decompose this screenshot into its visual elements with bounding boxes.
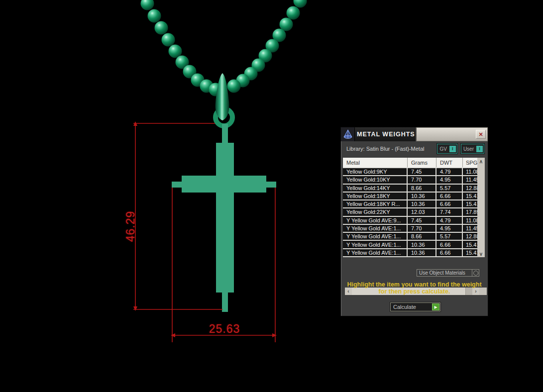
- scroll-down-icon[interactable]: ∨: [477, 250, 485, 257]
- calculate-button[interactable]: Calculate ▶: [390, 302, 440, 311]
- cross-pendant: [172, 124, 276, 312]
- cell-metal: Yellow Gold:18KY: [343, 193, 408, 199]
- titlebar-light-section: ✕: [416, 127, 488, 141]
- table-row[interactable]: Y Yellow Gold AVE:1... 7.70 4.95 11.45: [343, 225, 477, 233]
- cell-spg: 11.08: [463, 217, 477, 224]
- cell-grams: 12.03: [408, 208, 436, 215]
- app-logo-icon: [341, 127, 355, 141]
- cell-dwt: 6.66: [436, 241, 463, 248]
- cell-spg: 11.45: [463, 225, 477, 232]
- cell-dwt: 5.57: [436, 185, 463, 192]
- cell-dwt: 7.74: [436, 208, 463, 215]
- close-icon: ✕: [478, 131, 483, 138]
- width-dimension-label: 25.63: [209, 322, 240, 336]
- cell-metal: Yellow Gold:9KY: [343, 168, 408, 175]
- cell-metal: Yellow Gold:18KY R...: [343, 200, 408, 207]
- user-toggle-indicator-icon: I: [476, 146, 483, 152]
- table-row[interactable]: Yellow Gold:18KY R... 10.36 6.66 15.41: [343, 200, 477, 208]
- cell-grams: 7.70: [408, 225, 436, 232]
- cell-dwt: 4.79: [436, 217, 463, 224]
- metal-weights-dialog: METAL WEIGHTS ✕ Library: Satin Blur - (F…: [340, 127, 488, 316]
- cell-grams: 10.36: [408, 200, 436, 207]
- table-row[interactable]: Yellow Gold:9KY 7.45 4.79 11.08: [343, 168, 477, 176]
- cell-spg: 15.41: [463, 193, 477, 199]
- column-header-grams[interactable]: Grams: [408, 158, 436, 167]
- cell-metal: Yellow Gold:22KY: [343, 208, 408, 215]
- cell-spg: 15.41: [463, 249, 477, 256]
- table-row[interactable]: Yellow Gold:14KY 8.66 5.57 12.88: [343, 185, 477, 193]
- cell-metal: Yellow Gold:14KY: [343, 185, 408, 192]
- cell-metal: Y Yellow Gold AVE:1...: [343, 249, 408, 256]
- cell-dwt: 6.66: [436, 249, 463, 256]
- gv-button-label: GV: [437, 146, 448, 152]
- cell-grams: 8.66: [408, 185, 436, 192]
- gv-toggle-button[interactable]: GV I: [437, 144, 457, 154]
- metal-weights-table: Metal Grams DWT SPG Yellow Gold:9KY 7.45…: [343, 158, 485, 257]
- calculate-arrow-icon: ▶: [432, 303, 439, 310]
- cell-grams: 7.70: [408, 176, 436, 183]
- cell-spg: 17.89: [463, 208, 477, 215]
- viewport-3d: 46.29 25.63 METAL WEIGHTS ✕ Library: Sa: [0, 0, 543, 392]
- use-object-materials-option[interactable]: Use Object Materials: [417, 269, 479, 277]
- vertical-scrollbar[interactable]: ∧ ∨: [477, 158, 485, 257]
- cell-metal: Y Yellow Gold AVE:1...: [343, 233, 408, 240]
- cell-grams: 8.66: [408, 233, 436, 240]
- table-body: Yellow Gold:9KY 7.45 4.79 11.08 Yellow G…: [343, 168, 477, 257]
- cell-dwt: 6.66: [436, 193, 463, 199]
- gv-toggle-indicator-icon: I: [449, 146, 456, 152]
- use-object-materials-radio[interactable]: [472, 270, 479, 276]
- instruction-text: Highlight the item you want to find the …: [341, 282, 488, 295]
- table-row[interactable]: Y Yellow Gold AVE:1... 8.66 5.57 12.88: [343, 233, 477, 241]
- cell-dwt: 4.95: [436, 176, 463, 183]
- cell-metal: Yellow Gold:10KY: [343, 176, 408, 183]
- cell-spg: 11.45: [463, 176, 477, 183]
- dimension-lines: [133, 121, 277, 342]
- titlebar-dark-section: METAL WEIGHTS: [355, 127, 416, 141]
- cell-dwt: 4.95: [436, 225, 463, 232]
- library-row: Library: Satin Blur - (Fast)-Metal GV I …: [341, 144, 488, 154]
- table-header-row: Metal Grams DWT SPG: [343, 158, 485, 168]
- cell-dwt: 4.79: [436, 168, 463, 175]
- dialog-titlebar[interactable]: METAL WEIGHTS ✕: [341, 127, 488, 141]
- cell-spg: 12.88: [463, 233, 477, 240]
- table-row[interactable]: Y Yellow Gold AVE:1... 10.36 6.66 15.41: [343, 249, 477, 257]
- calculate-button-label: Calculate: [391, 304, 432, 310]
- table-row[interactable]: Yellow Gold:10KY 7.70 4.95 11.45: [343, 176, 477, 184]
- cell-grams: 10.36: [408, 249, 436, 256]
- scroll-up-icon[interactable]: ∧: [477, 158, 485, 165]
- height-dimension-label: 46.29: [124, 211, 137, 242]
- use-object-materials-label: Use Object Materials: [417, 270, 472, 276]
- close-button[interactable]: ✕: [476, 130, 486, 139]
- column-header-spg[interactable]: SPG: [463, 158, 477, 167]
- column-header-metal[interactable]: Metal: [343, 158, 408, 167]
- cell-dwt: 5.57: [436, 233, 463, 240]
- table-row[interactable]: Yellow Gold:18KY 10.36 6.66 15.41: [343, 193, 477, 200]
- cell-spg: 12.88: [463, 185, 477, 192]
- table-row[interactable]: Yellow Gold:22KY 12.03 7.74 17.89: [343, 208, 477, 216]
- cell-grams: 7.45: [408, 217, 436, 224]
- cell-dwt: 6.66: [436, 200, 463, 207]
- user-toggle-button[interactable]: User I: [461, 144, 484, 154]
- cell-metal: Y Yellow Gold AVE:1...: [343, 241, 408, 248]
- cell-spg: 15.41: [463, 241, 477, 248]
- instruction-line-1: Highlight the item you want to find the …: [341, 282, 488, 289]
- cell-spg: 15.41: [463, 200, 477, 207]
- column-header-dwt[interactable]: DWT: [436, 158, 463, 167]
- cell-grams: 10.36: [408, 193, 436, 199]
- table-row[interactable]: Y Yellow Gold AVE:9... 7.45 4.79 11.08: [343, 217, 477, 225]
- library-label: Library: Satin Blur - (Fast)-Metal: [346, 146, 437, 152]
- instruction-line-2: for then press calculate.: [341, 289, 488, 295]
- user-button-label: User: [461, 146, 476, 152]
- cell-metal: Y Yellow Gold AVE:1...: [343, 225, 408, 232]
- dialog-title: METAL WEIGHTS: [357, 131, 415, 138]
- table-row[interactable]: Y Yellow Gold AVE:1... 10.36 6.66 15.41: [343, 241, 477, 249]
- radio-circle-icon: [473, 271, 478, 276]
- cell-metal: Y Yellow Gold AVE:9...: [343, 217, 408, 224]
- cell-grams: 10.36: [408, 241, 436, 248]
- cell-spg: 11.08: [463, 168, 477, 175]
- cell-grams: 7.45: [408, 168, 436, 175]
